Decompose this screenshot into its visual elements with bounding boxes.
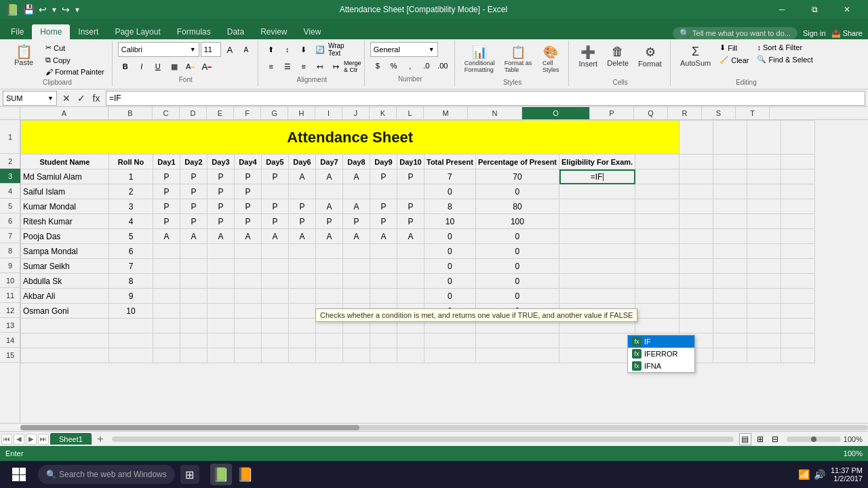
- cell-a12[interactable]: Osman Goni: [21, 304, 109, 319]
- cell-k4[interactable]: [370, 184, 397, 199]
- save-button[interactable]: 💾: [23, 4, 35, 15]
- cell-n6[interactable]: 100: [475, 214, 559, 229]
- cell-b14[interactable]: [109, 333, 153, 348]
- row-num-6[interactable]: 6: [0, 214, 20, 228]
- col-header-t[interactable]: T: [736, 107, 770, 119]
- cell-q3[interactable]: [679, 169, 713, 184]
- cell-r8[interactable]: [713, 244, 747, 259]
- header-student-name[interactable]: Student Name: [21, 155, 109, 169]
- cell-h12[interactable]: [289, 304, 316, 319]
- cell-r5[interactable]: [713, 199, 747, 214]
- cell-o15[interactable]: [559, 348, 635, 363]
- font-color-button[interactable]: A▬: [199, 59, 214, 74]
- tab-insert[interactable]: Insert: [70, 24, 106, 39]
- col-header-e[interactable]: E: [207, 107, 234, 119]
- cell-m4[interactable]: 0: [425, 184, 476, 199]
- cell-j14[interactable]: [343, 333, 370, 348]
- cell-b6[interactable]: 4: [109, 214, 153, 229]
- cell-j4[interactable]: [343, 184, 370, 199]
- cell-d6[interactable]: P: [180, 214, 208, 229]
- header-r[interactable]: [713, 155, 747, 169]
- cell-o10[interactable]: [559, 274, 635, 289]
- copy-button[interactable]: ⧉ Copy: [42, 54, 108, 66]
- page-break-view-button[interactable]: ⊟: [769, 433, 781, 445]
- cell-h7[interactable]: A: [289, 229, 316, 244]
- cell-e6[interactable]: P: [208, 214, 235, 229]
- font-size-box[interactable]: 11: [201, 42, 221, 57]
- zoom-slider[interactable]: [787, 436, 841, 442]
- col-header-b[interactable]: B: [108, 107, 153, 119]
- tab-view[interactable]: View: [296, 24, 330, 39]
- cell-r15[interactable]: [713, 348, 747, 363]
- cell-e4[interactable]: P: [208, 184, 235, 199]
- cell-s11[interactable]: [747, 289, 781, 304]
- cell-o4[interactable]: [559, 184, 635, 199]
- cell-s15[interactable]: [747, 348, 781, 363]
- cell-m8[interactable]: 0: [425, 244, 476, 259]
- cell-d3[interactable]: P: [180, 169, 208, 184]
- cell-b13[interactable]: [109, 319, 153, 333]
- cell-h10[interactable]: [289, 274, 316, 289]
- cell-l5[interactable]: P: [397, 199, 425, 214]
- cell-l3[interactable]: P: [397, 169, 425, 184]
- cell-l11[interactable]: [397, 289, 425, 304]
- cell-r6[interactable]: [713, 214, 747, 229]
- cell-c7[interactable]: A: [153, 229, 180, 244]
- cell-s1[interactable]: [747, 121, 781, 155]
- cell-g10[interactable]: [262, 274, 289, 289]
- cell-t4[interactable]: [781, 184, 815, 199]
- cell-s5[interactable]: [747, 199, 781, 214]
- autosum-button[interactable]: Σ AutoSum: [676, 42, 715, 70]
- cell-j10[interactable]: [343, 274, 370, 289]
- autocomplete-item-if[interactable]: fx IF: [628, 336, 694, 348]
- col-header-q[interactable]: Q: [634, 107, 668, 119]
- cell-b7[interactable]: 5: [109, 229, 153, 244]
- cell-p12[interactable]: [635, 304, 679, 319]
- row-num-12[interactable]: 12: [0, 303, 20, 318]
- cell-m3[interactable]: 7: [425, 169, 476, 184]
- cell-n3[interactable]: 70: [475, 169, 559, 184]
- cell-h15[interactable]: [289, 348, 316, 363]
- tab-file[interactable]: File: [3, 24, 32, 39]
- cell-f5[interactable]: P: [235, 199, 262, 214]
- cell-n15[interactable]: [475, 348, 559, 363]
- row-num-2[interactable]: 2: [0, 154, 20, 169]
- name-box[interactable]: SUM ▼: [3, 91, 57, 106]
- cell-q1[interactable]: [679, 121, 713, 155]
- cell-d9[interactable]: [180, 259, 208, 274]
- minimize-button[interactable]: ─: [766, 0, 797, 19]
- cell-o7[interactable]: [559, 229, 635, 244]
- cell-j8[interactable]: [343, 244, 370, 259]
- cell-e11[interactable]: [208, 289, 235, 304]
- cell-q13[interactable]: [679, 319, 713, 333]
- start-button[interactable]: [5, 461, 33, 488]
- cell-d5[interactable]: P: [180, 199, 208, 214]
- cell-i4[interactable]: [316, 184, 343, 199]
- cell-c3[interactable]: P: [153, 169, 180, 184]
- normal-view-button[interactable]: ▤: [739, 433, 751, 445]
- cell-a10[interactable]: Abdulla Sk: [21, 274, 109, 289]
- cell-o8[interactable]: [559, 244, 635, 259]
- cell-n11[interactable]: 0: [475, 289, 559, 304]
- cell-l7[interactable]: A: [397, 229, 425, 244]
- cell-b9[interactable]: 7: [109, 259, 153, 274]
- cell-p8[interactable]: [635, 244, 679, 259]
- border-button[interactable]: ▦: [167, 59, 182, 74]
- cell-o9[interactable]: [559, 259, 635, 274]
- insert-button[interactable]: ➕ Insert: [574, 42, 601, 70]
- cell-r1[interactable]: [713, 121, 747, 155]
- cell-g4[interactable]: [262, 184, 289, 199]
- cell-h8[interactable]: [289, 244, 316, 259]
- tab-page-layout[interactable]: Page Layout: [106, 24, 168, 39]
- cell-d4[interactable]: P: [180, 184, 208, 199]
- cell-h14[interactable]: [289, 333, 316, 348]
- cell-t10[interactable]: [781, 274, 815, 289]
- tab-review[interactable]: Review: [252, 24, 295, 39]
- cell-t1[interactable]: [781, 121, 815, 155]
- cell-a14[interactable]: [21, 333, 109, 348]
- cell-p7[interactable]: [635, 229, 679, 244]
- cell-b12[interactable]: 10: [109, 304, 153, 319]
- tab-home[interactable]: Home: [32, 24, 70, 39]
- row-num-10[interactable]: 10: [0, 273, 20, 288]
- cell-s12[interactable]: [747, 304, 781, 319]
